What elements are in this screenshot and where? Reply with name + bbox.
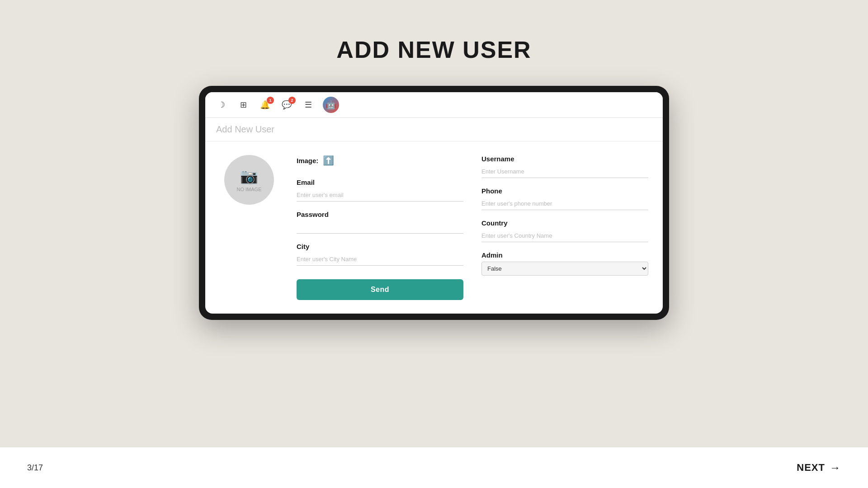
outer-bottom-bar: 3/17 NEXT →: [0, 447, 868, 488]
city-input[interactable]: [297, 253, 463, 266]
next-button[interactable]: NEXT →: [797, 461, 841, 474]
email-label: Email: [297, 178, 463, 186]
avatar-placeholder: 📷 NO IMAGE: [224, 155, 274, 205]
page-counter: 3/17: [27, 463, 43, 473]
menu-icon[interactable]: ☰: [301, 98, 316, 112]
grid-icon[interactable]: ⊞: [236, 98, 250, 112]
upload-icon[interactable]: ⬆️: [323, 155, 334, 166]
form-area: 📷 NO IMAGE Image: ⬆️ Email Password: [205, 141, 663, 314]
phone-input[interactable]: [481, 197, 648, 210]
chat-badge: 2: [288, 97, 296, 104]
password-field-group: Password: [297, 211, 463, 234]
admin-select[interactable]: False True: [481, 262, 648, 276]
username-label: Username: [481, 155, 648, 163]
username-input[interactable]: [481, 165, 648, 178]
arrow-right-icon: →: [830, 461, 841, 474]
page-title: ADD NEW USER: [336, 36, 531, 63]
no-image-label: NO IMAGE: [236, 187, 261, 192]
next-label: NEXT: [797, 462, 825, 474]
bell-badge: 1: [267, 97, 274, 104]
email-input[interactable]: [297, 189, 463, 202]
moon-icon[interactable]: ☽: [214, 98, 229, 112]
camera-icon: 📷: [240, 168, 258, 185]
image-row: Image: ⬆️: [297, 155, 463, 166]
image-label: Image:: [297, 157, 318, 164]
country-field-group: Country: [481, 219, 648, 242]
navbar: ☽ ⊞ 🔔 1 💬 2 ☰ 🤖: [205, 92, 663, 118]
device-screen: ☽ ⊞ 🔔 1 💬 2 ☰ 🤖 Add New User 📷 NO IM: [205, 92, 663, 314]
password-label: Password: [297, 211, 463, 218]
admin-label: Admin: [481, 251, 648, 259]
avatar-section: 📷 NO IMAGE: [220, 155, 278, 300]
phone-field-group: Phone: [481, 187, 648, 210]
bell-icon[interactable]: 🔔 1: [258, 98, 272, 112]
device-frame: ☽ ⊞ 🔔 1 💬 2 ☰ 🤖 Add New User 📷 NO IM: [199, 86, 669, 320]
avatar[interactable]: 🤖: [323, 97, 339, 113]
city-field-group: City: [297, 243, 463, 266]
fields-middle: Image: ⬆️ Email Password City Send: [297, 155, 463, 300]
city-label: City: [297, 243, 463, 250]
email-field-group: Email: [297, 178, 463, 202]
country-input[interactable]: [481, 230, 648, 242]
phone-label: Phone: [481, 187, 648, 195]
fields-right: Username Phone Country Admin False True: [481, 155, 648, 300]
breadcrumb-text: Add New User: [216, 124, 274, 134]
send-button[interactable]: Send: [297, 279, 463, 300]
breadcrumb: Add New User: [205, 118, 663, 141]
chat-icon[interactable]: 💬 2: [279, 98, 294, 112]
admin-field-group: Admin False True: [481, 251, 648, 276]
country-label: Country: [481, 219, 648, 227]
password-input[interactable]: [297, 221, 463, 234]
username-field-group: Username: [481, 155, 648, 178]
